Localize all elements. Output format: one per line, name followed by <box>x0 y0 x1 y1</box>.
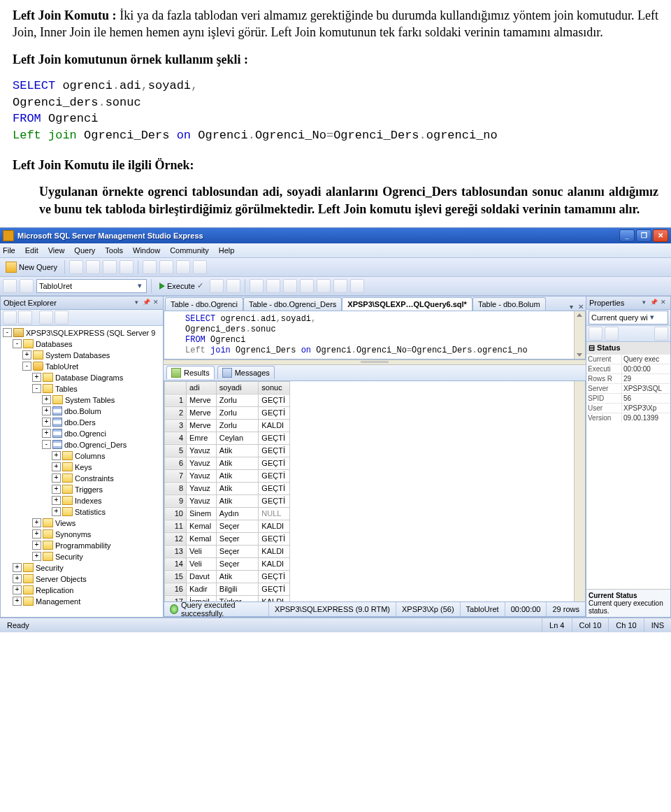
toolbar-button[interactable] <box>103 260 117 274</box>
toolbar-button[interactable] <box>226 279 240 293</box>
menu-item[interactable]: Edit <box>25 246 38 255</box>
pin-icon[interactable]: 📌 <box>142 299 150 307</box>
table-row[interactable]: 4EmreCeylanGEÇTİ <box>165 432 290 444</box>
table-row[interactable]: 8YavuzAtikGEÇTİ <box>165 482 290 494</box>
tree-item[interactable]: +Views <box>3 518 163 529</box>
tree-item[interactable]: +Synonyms <box>3 529 163 540</box>
table-row[interactable]: 17İsmailTürkerKALDI <box>165 595 290 602</box>
tab-control[interactable]: ✕ <box>576 303 586 311</box>
tree-twisty[interactable]: + <box>32 552 41 561</box>
menubar[interactable]: FileEditViewQueryToolsWindowCommunityHel… <box>0 243 671 258</box>
toolbar-button[interactable] <box>266 279 280 293</box>
tree-item[interactable]: +System Databases <box>3 350 163 361</box>
toolbar-button[interactable] <box>605 327 619 341</box>
menu-item[interactable]: Tools <box>105 246 123 255</box>
tree-twisty[interactable]: + <box>13 585 22 594</box>
close-icon[interactable]: ✕ <box>659 299 668 307</box>
pin-icon[interactable]: ▾ <box>640 299 648 307</box>
execute-button[interactable]: Execute✓ <box>156 281 207 290</box>
table-row[interactable]: 11KemalSeçerKALDI <box>165 520 290 532</box>
editor-tab[interactable]: Table - dbo.Ogrenci <box>165 297 243 311</box>
database-combo[interactable]: TabloUret▾ <box>36 279 147 293</box>
tree-twisty[interactable]: - <box>32 384 41 393</box>
pin-icon[interactable]: ▾ <box>132 299 140 307</box>
toolbar-button[interactable] <box>39 311 53 325</box>
tree-item[interactable]: +Columns <box>3 450 163 462</box>
tree-twisty[interactable]: + <box>42 406 51 415</box>
table-row[interactable]: 7YavuzAtikGEÇTİ <box>165 469 290 482</box>
editor-tab[interactable]: XPSP3\SQLEXP…QLQuery6.sql* <box>342 297 472 311</box>
tree-twisty[interactable]: + <box>52 451 61 460</box>
toolbar-button[interactable] <box>18 311 32 325</box>
toolbar-button[interactable] <box>333 279 347 293</box>
editor-tab[interactable]: Table - dbo.Ogrenci_Ders <box>243 297 342 311</box>
tree-twisty[interactable]: + <box>52 507 61 516</box>
tree-item[interactable]: +System Tables <box>3 394 163 406</box>
column-header[interactable]: sonuc <box>259 381 290 394</box>
toolbar-button[interactable] <box>120 260 134 274</box>
tree-twisty[interactable]: - <box>13 339 22 348</box>
new-query-button[interactable]: New Query <box>3 262 60 273</box>
column-header[interactable]: adi <box>187 381 217 394</box>
column-header[interactable]: soyadi <box>216 381 259 394</box>
tree-item[interactable]: +dbo.Ogrenci <box>3 428 163 439</box>
tree-item[interactable]: +Keys <box>3 462 163 473</box>
editor-tab[interactable]: Table - dbo.Bolum <box>472 297 546 311</box>
tree-item[interactable]: -TabloUret <box>3 361 163 372</box>
tree-item[interactable]: +Replication <box>3 585 163 596</box>
tree-item[interactable]: +dbo.Bolum <box>3 406 163 417</box>
maximize-button[interactable]: ❐ <box>636 229 651 242</box>
table-row[interactable]: 5YavuzAtikGEÇTİ <box>165 444 290 457</box>
toolbar-button[interactable] <box>143 260 157 274</box>
props-row[interactable]: Rows R29 <box>586 373 670 383</box>
toolbar-button[interactable] <box>283 279 297 293</box>
tree-twisty[interactable]: + <box>32 529 41 539</box>
table-row[interactable]: 6YavuzAtikGEÇTİ <box>165 457 290 469</box>
results-grid[interactable]: adisoyadisonuc1MerveZorluGEÇTİ2MerveZorl… <box>164 381 586 602</box>
table-row[interactable]: 2MerveZorluGEÇTİ <box>165 406 290 419</box>
tree-item[interactable]: +Security <box>3 551 163 562</box>
tree-item[interactable]: +Database Diagrams <box>3 372 163 383</box>
menu-item[interactable]: Community <box>170 246 209 255</box>
props-category[interactable]: ⊟ Status <box>586 342 670 354</box>
toolbar-button[interactable] <box>210 279 224 293</box>
object-explorer-tree[interactable]: -XPSP3\SQLEXPRESS (SQL Server 9-Database… <box>1 326 163 617</box>
tree-twisty[interactable]: + <box>22 350 31 359</box>
props-row[interactable]: Executi00:00:00 <box>586 364 670 373</box>
tree-item[interactable]: +Triggers <box>3 484 163 495</box>
menu-item[interactable]: Query <box>74 246 95 255</box>
tree-twisty[interactable]: + <box>13 563 22 572</box>
tab-control[interactable]: ▾ <box>566 303 576 311</box>
toolbar-button[interactable] <box>300 279 314 293</box>
toolbar-button[interactable] <box>350 279 364 293</box>
close-icon[interactable]: ✕ <box>152 299 160 307</box>
scrollbar[interactable] <box>574 381 585 601</box>
tree-item[interactable]: -Tables <box>3 383 163 394</box>
menu-item[interactable]: Window <box>133 246 160 255</box>
tree-twisty[interactable]: + <box>52 473 61 483</box>
tree-item[interactable]: -dbo.Ogrenci_Ders <box>3 439 163 450</box>
props-row[interactable]: UserXPSP3\Xp <box>586 403 670 413</box>
toolbar-button[interactable] <box>86 260 100 274</box>
tree-item[interactable]: +Constraints <box>3 473 163 484</box>
props-row[interactable]: ServerXPSP3\SQL <box>586 383 670 393</box>
result-tabs[interactable]: Results Messages <box>164 365 586 381</box>
menu-item[interactable]: File <box>3 246 15 255</box>
tree-twisty[interactable]: - <box>22 362 31 371</box>
table-row[interactable]: 12KemalSeçerGEÇTİ <box>165 532 290 545</box>
tree-twisty[interactable]: + <box>52 462 61 471</box>
table-row[interactable]: 3MerveZorluKALDI <box>165 419 290 432</box>
properties-grid[interactable]: ⊟ StatusCurrentQuery execExecuti00:00:00… <box>586 342 670 589</box>
tree-item[interactable]: +Indexes <box>3 495 163 506</box>
tree-twisty[interactable]: + <box>13 597 22 606</box>
tree-item[interactable]: +Security <box>3 562 163 574</box>
props-row[interactable]: Version09.00.1399 <box>586 413 670 422</box>
tree-twisty[interactable]: + <box>52 496 61 505</box>
tree-item[interactable]: +dbo.Ders <box>3 417 163 428</box>
tree-twisty[interactable]: + <box>42 418 51 427</box>
close-button[interactable]: ✕ <box>653 229 668 242</box>
toolbar-button[interactable] <box>3 311 17 325</box>
tree-twisty[interactable]: + <box>42 429 51 438</box>
table-row[interactable]: 9YavuzAtikGEÇTİ <box>165 494 290 507</box>
menu-item[interactable]: Help <box>219 246 235 255</box>
